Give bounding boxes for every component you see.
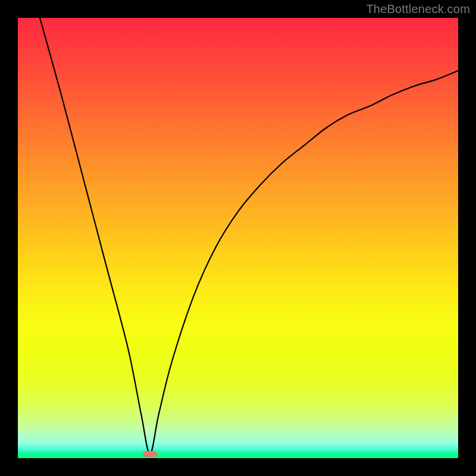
- watermark-text: TheBottleneck.com: [366, 2, 470, 16]
- chart-frame: TheBottleneck.com: [0, 0, 476, 476]
- plot-area: [18, 18, 458, 458]
- bottleneck-curve: [18, 18, 458, 458]
- optimal-point-marker: [143, 451, 157, 457]
